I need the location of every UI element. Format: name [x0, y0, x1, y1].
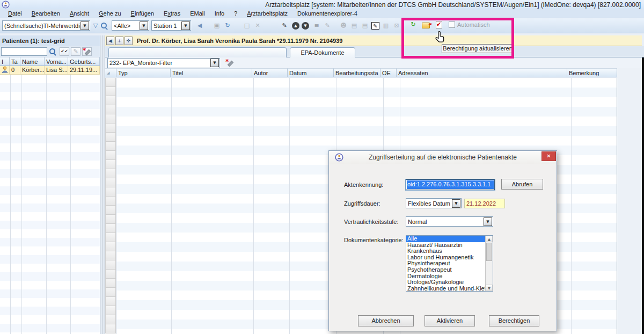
category-item[interactable]: Alle — [406, 236, 485, 242]
row-selector-cell[interactable] — [105, 142, 116, 151]
document-edit-icon[interactable]: ✎ — [371, 22, 379, 30]
filter-funnel-icon[interactable]: ▽ — [91, 21, 100, 30]
scope-combo[interactable]: <Alle> ▼ — [112, 20, 149, 31]
category-item[interactable]: Urologie/Gynäkologie — [406, 279, 485, 286]
column-header-adressaten[interactable]: Adressaten — [397, 68, 567, 77]
column-header-oe[interactable]: OE — [380, 68, 397, 77]
row-selector-cell[interactable] — [105, 251, 116, 260]
row-selector-cell[interactable] — [105, 78, 116, 87]
row-selector-cell[interactable] — [105, 169, 116, 178]
row-selector-cell[interactable] — [105, 160, 116, 169]
delete-icon[interactable]: ✕ — [253, 21, 262, 30]
new-document-icon[interactable]: □ — [243, 21, 251, 30]
column-header-ta[interactable]: Ta — [10, 57, 20, 66]
quick-search-combo[interactable]: (Schnellsuche)TI-Mehrwertdien ▼ — [2, 20, 90, 31]
row-selector-cell[interactable] — [105, 151, 116, 160]
vertraulichkeit-combo[interactable]: Normal ▼ — [406, 216, 493, 227]
abrufen-button[interactable]: Abrufen — [501, 179, 543, 190]
grid-settings-icon[interactable] — [82, 47, 92, 56]
row-selector-cell[interactable] — [105, 105, 116, 114]
column-header-geburts[interactable]: Geburts... — [68, 57, 100, 66]
row-selector-cell[interactable] — [105, 206, 116, 215]
category-item[interactable]: Psychotherapeut — [406, 267, 485, 273]
row-selector-cell[interactable] — [105, 178, 116, 187]
chevron-down-icon[interactable]: ▼ — [210, 59, 219, 67]
abbrechen-button[interactable]: Abbrechen — [358, 315, 414, 326]
row-selector-cell[interactable] — [105, 270, 116, 279]
scroll-up-icon[interactable]: ▲ — [486, 236, 493, 242]
column-header-vorna[interactable]: Vorna... — [45, 57, 68, 66]
aktivieren-button[interactable]: Aktivieren — [425, 315, 475, 326]
edit-patient-icon[interactable]: ✎ — [71, 47, 80, 56]
category-item[interactable]: Labor und Humangenetik — [406, 255, 485, 261]
document-remove-icon[interactable]: ⊠ — [392, 21, 401, 30]
move-button[interactable]: ✛ — [125, 37, 133, 45]
menu-arztarbeitsplatz[interactable]: Arztarbeitsplatz — [242, 9, 292, 18]
scroll-thumb[interactable] — [486, 243, 492, 261]
scroll-down-icon[interactable]: ▼ — [486, 285, 493, 291]
grid-settings-icon[interactable] — [225, 59, 234, 67]
open-record-folder-icon[interactable] — [422, 20, 430, 29]
add-tab-button[interactable]: + — [115, 37, 123, 45]
back-arrow-icon[interactable]: ◀ — [195, 21, 204, 30]
tab-epa-dokumente[interactable]: EPA-Dokumente — [290, 47, 355, 57]
chevron-down-icon[interactable]: ▼ — [181, 21, 190, 30]
search-icon[interactable] — [100, 21, 108, 30]
column-header-bemerkung[interactable]: Bemerkung — [567, 68, 617, 77]
kategorie-listbox[interactable]: AlleHausarzt/ HausärztinKrankenhausLabor… — [406, 235, 493, 292]
row-selector-cell[interactable] — [105, 315, 116, 324]
sort-corner-icon[interactable]: ◢ — [105, 68, 116, 77]
back-button[interactable]: ◀ — [106, 37, 114, 45]
zugriffsdauer-combo[interactable]: Flexibles Datum ▼ — [406, 198, 462, 208]
menu-email[interactable]: EMail — [185, 9, 210, 18]
chevron-down-icon[interactable]: ▼ — [452, 199, 460, 208]
row-selector-cell[interactable] — [105, 297, 116, 306]
category-item[interactable]: Zahnheilkunde und Mund-Kiefer — [406, 286, 485, 292]
row-selector-cell[interactable] — [105, 96, 116, 105]
column-header-name[interactable]: Name — [20, 57, 45, 66]
menu-bearbeiten[interactable]: Bearbeiten — [27, 9, 65, 18]
menu-einf-gen[interactable]: Einfügen — [126, 9, 159, 18]
document-forward-icon[interactable]: ▥ — [382, 21, 390, 30]
close-icon[interactable]: ✕ — [541, 151, 556, 161]
row-selector-cell[interactable] — [105, 324, 116, 333]
row-selector-cell[interactable] — [105, 288, 116, 297]
apply-filter-icon[interactable]: ✔✔ — [60, 47, 69, 56]
chevron-down-icon[interactable]: ▼ — [80, 21, 89, 30]
column-header-i[interactable]: I — [0, 57, 10, 66]
menu-info[interactable]: Info — [210, 9, 229, 18]
row-selector-cell[interactable] — [105, 215, 116, 224]
permissions-list-icon[interactable]: ≡ — [312, 21, 321, 30]
user-role-icon[interactable]: ☻ — [339, 21, 348, 30]
aktenkennung-input[interactable]: oid:1.2.276.0.76.3.1.315.3.3.1.1 — [406, 179, 495, 190]
menu-extras[interactable]: Extras — [159, 9, 185, 18]
monitor-filter-combo[interactable]: 232- EPA_Monitor-Filter ▼ — [107, 58, 220, 68]
category-item[interactable]: Hausarzt/ Hausärztin — [406, 242, 485, 249]
refresh-icon[interactable]: ↻ — [409, 20, 418, 29]
apply-filter-icon[interactable]: ✔✔ — [60, 47, 69, 56]
category-item[interactable]: Krankenhaus — [406, 248, 485, 255]
category-item[interactable]: Physiotherapeut — [406, 260, 485, 267]
date-field[interactable]: 21.12.2022 — [464, 199, 505, 208]
document-user-icon[interactable]: ▤ — [350, 21, 358, 30]
move-up-icon[interactable]: ▲ — [292, 22, 299, 30]
automatisch-checkbox[interactable] — [449, 21, 455, 28]
right-scrollbar[interactable] — [642, 57, 644, 334]
row-selector-cell[interactable] — [105, 133, 116, 142]
menu-ansicht[interactable]: Ansicht — [65, 9, 94, 18]
grid-settings-icon[interactable] — [83, 47, 91, 56]
column-header-typ[interactable]: Typ — [116, 68, 171, 77]
column-header-titel[interactable]: Titel — [171, 68, 252, 77]
document-user2-icon[interactable]: ▤ — [361, 21, 369, 30]
column-header-autor[interactable]: Autor — [252, 68, 288, 77]
menu-datei[interactable]: Datei — [3, 9, 27, 18]
chevron-down-icon[interactable]: ▼ — [140, 21, 148, 30]
category-item[interactable]: Dermatologie — [406, 273, 485, 280]
signature-icon[interactable]: ✎ — [280, 21, 289, 30]
row-selector-cell[interactable] — [105, 306, 116, 315]
column-header-bearbeitungssta[interactable]: Bearbeitungssta — [334, 68, 380, 77]
menu-dokumentenexplorer-4[interactable]: Dokumentenexplorer-4 — [292, 9, 362, 18]
tab-blank[interactable] — [108, 47, 287, 57]
patient-row[interactable]: 0Körber...Lisa S...29.11.19... — [0, 66, 100, 75]
row-selector-cell[interactable] — [105, 242, 116, 251]
